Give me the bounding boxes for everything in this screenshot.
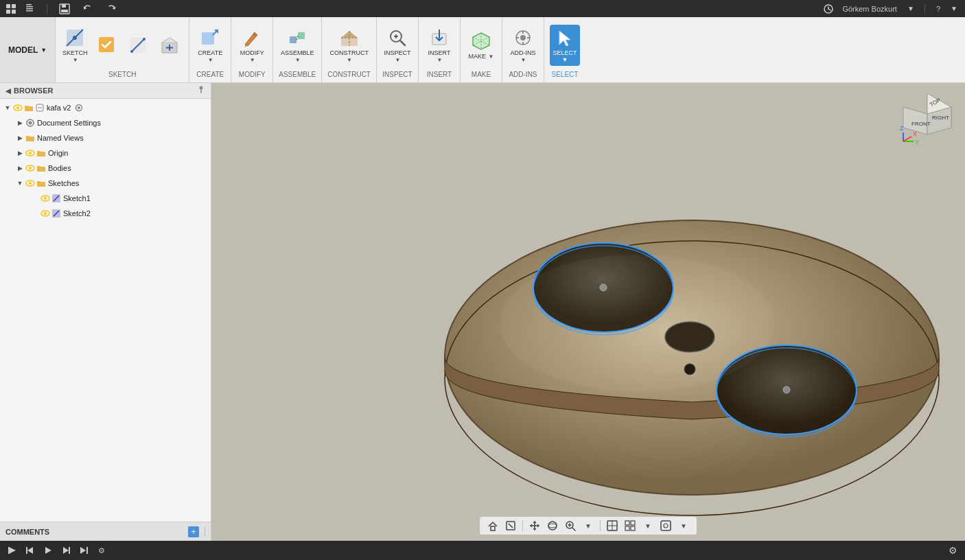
clock-icon[interactable] xyxy=(823,3,834,14)
svg-point-70 xyxy=(44,197,47,200)
playback-prev-icon[interactable] xyxy=(23,544,37,557)
line-tool[interactable] xyxy=(123,25,153,66)
finish-sketch-tool[interactable] xyxy=(91,25,121,66)
playback-end-icon[interactable] xyxy=(77,544,91,557)
browser-tree: ▼ xyxy=(0,99,211,522)
playback-play-icon[interactable] xyxy=(41,544,55,557)
vb-sep1 xyxy=(522,520,523,531)
assemble-icon xyxy=(286,27,308,49)
viewport-display-mode-icon[interactable] xyxy=(605,518,620,533)
tree-bodies[interactable]: ▶ Bodies xyxy=(0,161,211,176)
doc-settings-toggle[interactable]: ▶ xyxy=(15,118,25,128)
undo-button[interactable] xyxy=(79,3,97,15)
svg-line-99 xyxy=(903,137,911,141)
inspect-tool[interactable]: INSPECT ▼ xyxy=(382,25,412,66)
tree-sketch2[interactable]: Sketch2 xyxy=(0,206,211,221)
create-sketch-tool[interactable] xyxy=(154,25,185,66)
browser-collapse-icon[interactable]: ◀ xyxy=(5,87,11,95)
svg-rect-115 xyxy=(625,526,629,530)
sketch-group: SKETCH ▼ xyxy=(56,17,189,82)
viewport-zoom-icon[interactable] xyxy=(563,518,578,533)
make-tool[interactable]: MAKE ▼ xyxy=(466,25,496,66)
topbar-separator2 xyxy=(925,4,925,14)
insert-label: INSERT ▼ xyxy=(426,50,453,64)
sketch2-visibility-icon[interactable] xyxy=(40,208,51,219)
named-views-toggle[interactable]: ▶ xyxy=(15,133,25,143)
sketch-tool[interactable]: SKETCH ▼ xyxy=(60,25,90,66)
viewport-env-arrow[interactable]: ▼ xyxy=(676,518,691,533)
playback-start-icon[interactable] xyxy=(5,544,19,557)
select-tool[interactable]: SELECT ▼ xyxy=(550,25,580,66)
bodies-visibility-icon[interactable] xyxy=(25,163,36,174)
sketch1-visibility-icon[interactable] xyxy=(40,193,51,204)
tree-root[interactable]: ▼ xyxy=(0,100,211,115)
redo-button[interactable] xyxy=(102,3,120,15)
assemble-label: ASSEMBLE ▼ xyxy=(281,50,314,64)
vb-sep2 xyxy=(600,520,601,531)
tree-origin[interactable]: ▶ Origin xyxy=(0,145,211,161)
finish-sketch-icon xyxy=(95,34,117,56)
settings-icon[interactable]: ⚙ xyxy=(946,544,960,557)
apps-grid-icon[interactable] xyxy=(5,3,16,14)
file-menu[interactable] xyxy=(22,3,38,14)
viewport-env-icon[interactable] xyxy=(658,518,673,533)
construct-tool[interactable]: CONSTRUCT ▼ xyxy=(334,25,364,66)
help-chevron-icon[interactable]: ▼ xyxy=(949,3,960,14)
viewport-fit-icon[interactable] xyxy=(503,518,518,533)
user-chevron-icon[interactable]: ▼ xyxy=(905,3,916,14)
assemble-tool[interactable]: ASSEMBLE ▼ xyxy=(282,25,312,66)
addins-tool[interactable]: ADD-INS ▼ xyxy=(508,25,538,66)
line-icon xyxy=(127,34,149,56)
browser-pin-icon[interactable] xyxy=(197,86,205,95)
viewport-zoom-arrow[interactable]: ▼ xyxy=(581,518,596,533)
viewport-grid-arrow[interactable]: ▼ xyxy=(640,518,655,533)
tree-document-settings[interactable]: ▶ Document Settings xyxy=(0,115,211,130)
model-dropdown[interactable]: MODEL ▼ xyxy=(0,17,56,82)
tree-named-views[interactable]: ▶ Named Views xyxy=(0,130,211,145)
viewport-home-icon[interactable] xyxy=(485,518,500,533)
modify-tool[interactable]: MODIFY ▼ xyxy=(237,25,267,66)
origin-visibility-icon[interactable] xyxy=(25,148,36,159)
select-group: SELECT ▼ SELECT xyxy=(544,17,585,82)
root-toggle[interactable]: ▼ xyxy=(3,103,12,113)
sketch-label: SKETCH ▼ xyxy=(61,50,89,64)
root-visibility-icon[interactable] xyxy=(12,102,23,113)
svg-marker-121 xyxy=(45,547,51,554)
viewport-grid-icon[interactable] xyxy=(623,518,638,533)
help-button[interactable]: ? xyxy=(933,5,943,13)
svg-point-87 xyxy=(783,386,790,393)
make-group-label: MAKE xyxy=(466,71,496,80)
tree-sketch1[interactable]: Sketch1 xyxy=(0,191,211,206)
playback-next-icon[interactable] xyxy=(59,544,73,557)
nav-cube[interactable]: FRONT RIGHT TOP Y Z X xyxy=(896,90,958,152)
timeline-settings-icon[interactable]: ⚙ xyxy=(95,544,108,557)
svg-point-52 xyxy=(16,106,19,109)
bodies-toggle[interactable]: ▶ xyxy=(15,163,25,173)
comments-add-button[interactable]: + xyxy=(188,526,199,537)
tree-sketches[interactable]: ▼ Sketches xyxy=(0,176,211,191)
svg-rect-117 xyxy=(661,521,671,530)
comments-label: COMMENTS xyxy=(5,528,185,536)
viewport-orbit-icon[interactable] xyxy=(545,518,560,533)
root-settings-icon[interactable] xyxy=(73,102,84,113)
viewport-pan-icon[interactable] xyxy=(527,518,542,533)
insert-tool[interactable]: INSERT ▼ xyxy=(424,25,454,66)
svg-rect-6 xyxy=(26,8,33,10)
svg-rect-1 xyxy=(12,4,16,8)
create-tool[interactable]: CREATE ▼ xyxy=(195,25,225,66)
sketch1-toggle xyxy=(30,194,40,203)
modify-label: MODIFY ▼ xyxy=(238,50,266,64)
addins-icon xyxy=(512,27,534,49)
user-name[interactable]: Görkem Bozkurt xyxy=(839,5,899,13)
create-group-icons: CREATE ▼ xyxy=(195,20,225,71)
save-button[interactable] xyxy=(56,3,73,15)
sketches-visibility-icon[interactable] xyxy=(25,178,36,189)
sketch2-label: Sketch2 xyxy=(63,209,91,218)
svg-point-74 xyxy=(44,212,47,215)
root-tag-icon xyxy=(34,102,45,113)
viewport[interactable]: FRONT RIGHT TOP Y Z X xyxy=(211,83,965,541)
svg-point-104 xyxy=(548,522,557,530)
bodies-folder-icon xyxy=(36,163,47,174)
origin-toggle[interactable]: ▶ xyxy=(15,148,25,158)
sketches-toggle[interactable]: ▼ xyxy=(15,178,25,188)
